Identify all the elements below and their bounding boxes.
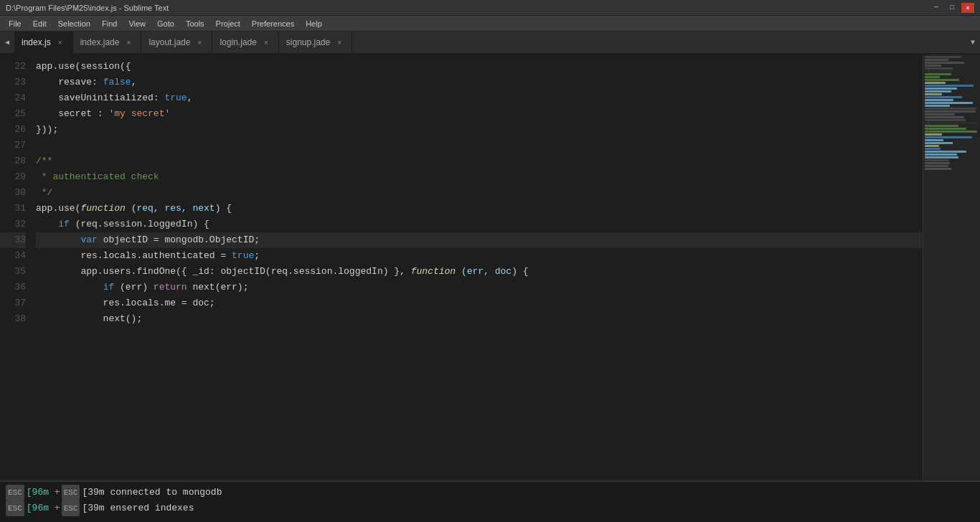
tab-login-jade[interactable]: login.jade×	[212, 32, 278, 53]
tab-index-jade-close[interactable]: ×	[123, 37, 133, 47]
code-line-24: saveUninitialized: true,	[36, 90, 923, 106]
menu-item-selection[interactable]: Selection	[52, 18, 96, 29]
tab-bar: ◀ index.js×index.jade×layout.jade×login.…	[0, 32, 980, 54]
menu-item-help[interactable]: Help	[300, 18, 328, 29]
esc-tag-2: ESC	[62, 485, 80, 500]
tab-signup-jade[interactable]: signup.jade×	[279, 32, 352, 53]
code-line-27	[36, 138, 923, 153]
code-line-31: app.use(function (req, res, next) {	[36, 201, 923, 217]
code-line-32: if (req.session.loggedIn) {	[36, 217, 923, 232]
tab-signup-jade-close[interactable]: ×	[334, 37, 344, 47]
terminal-line-2: ESC [96m + ESC [39m ensered indexes	[6, 500, 974, 516]
tab-layout-jade-label: layout.jade	[149, 37, 190, 47]
code-line-26: }));	[36, 122, 923, 138]
menu-bar: FileEditSelectionFindViewGotoToolsProjec…	[0, 16, 980, 32]
code-line-30: */	[36, 185, 923, 201]
code-line-35: app.users.findOne({ _id: objectID(req.se…	[36, 264, 923, 280]
code-line-38: next();	[36, 311, 923, 327]
tab-index-js-close[interactable]: ×	[55, 37, 65, 47]
minimize-button[interactable]: ─	[930, 3, 943, 13]
tab-login-jade-close[interactable]: ×	[261, 37, 271, 47]
minimap[interactable]	[923, 54, 980, 480]
tab-login-jade-label: login.jade	[220, 37, 256, 47]
terminal-panel: ESC [96m + ESC [39m connected to mongodb…	[0, 480, 980, 522]
title-text: D:\Program Files\PM25\index.js - Sublime…	[6, 4, 169, 12]
code-line-33: var objectID = mongodb.ObjectID;	[36, 232, 923, 248]
menu-item-edit[interactable]: Edit	[27, 18, 52, 29]
esc-tag-3: ESC	[6, 500, 24, 516]
terminal-line-1: ESC [96m + ESC [39m connected to mongodb	[6, 485, 974, 500]
code-line-36: if (err) return next(err);	[36, 280, 923, 295]
tab-index-jade[interactable]: index.jade×	[73, 32, 142, 53]
menu-item-view[interactable]: View	[123, 18, 151, 29]
code-area[interactable]: app.use(session({ resave: false, saveUni…	[33, 54, 923, 480]
menu-item-file[interactable]: File	[3, 18, 27, 29]
tab-signup-jade-label: signup.jade	[286, 37, 330, 47]
tab-index-jade-label: index.jade	[80, 37, 120, 47]
line-numbers: 2223242526272829303132333435363738	[0, 54, 33, 480]
esc-tag-4: ESC	[62, 500, 80, 516]
code-line-23: resave: false,	[36, 75, 923, 90]
code-line-34: res.locals.authenticated = true;	[36, 248, 923, 264]
editor-container: 2223242526272829303132333435363738 app.u…	[0, 54, 980, 480]
close-button[interactable]: ✕	[961, 3, 974, 13]
window-controls: ─ □ ✕	[930, 3, 974, 13]
code-line-22: app.use(session({	[36, 59, 923, 75]
code-line-29: * authenticated check	[36, 169, 923, 185]
code-line-37: res.locals.me = doc;	[36, 295, 923, 311]
tab-scroll-left[interactable]: ◀	[0, 32, 14, 53]
maximize-button[interactable]: □	[946, 3, 958, 13]
menu-item-find[interactable]: Find	[96, 18, 123, 29]
tab-index-js-label: index.js	[22, 37, 51, 47]
code-line-25: secret : 'my secret'	[36, 106, 923, 122]
menu-item-goto[interactable]: Goto	[151, 18, 180, 29]
tab-layout-jade[interactable]: layout.jade×	[141, 32, 212, 53]
tab-index-js[interactable]: index.js×	[14, 32, 73, 53]
tab-layout-jade-close[interactable]: ×	[194, 37, 204, 47]
menu-item-project[interactable]: Project	[210, 18, 246, 29]
menu-item-preferences[interactable]: Preferences	[246, 18, 300, 29]
tab-more-button[interactable]: ▼	[966, 32, 980, 53]
title-bar: D:\Program Files\PM25\index.js - Sublime…	[0, 0, 980, 16]
minimap-content	[923, 54, 980, 172]
code-line-28: /**	[36, 153, 923, 169]
esc-tag-1: ESC	[6, 485, 24, 500]
menu-item-tools[interactable]: Tools	[180, 18, 210, 29]
